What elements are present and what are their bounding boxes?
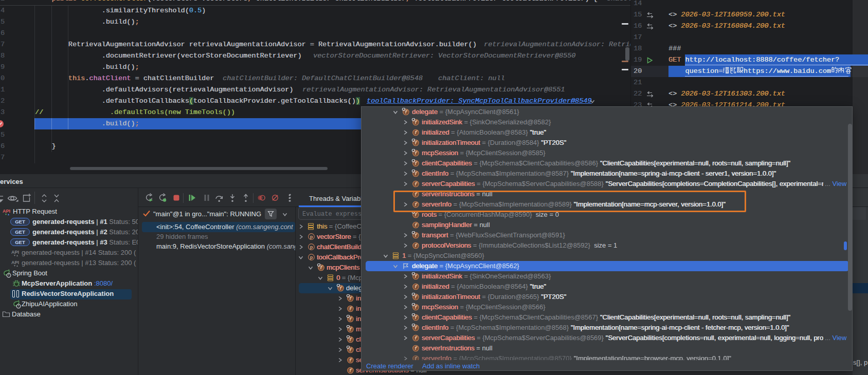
svg-text:API: API [3, 209, 10, 214]
svg-text:API: API [11, 250, 19, 255]
svg-text:p: p [310, 255, 313, 260]
svg-text:p: p [310, 234, 313, 240]
svg-text:API: API [11, 260, 19, 265]
svg-text:p: p [310, 245, 313, 250]
